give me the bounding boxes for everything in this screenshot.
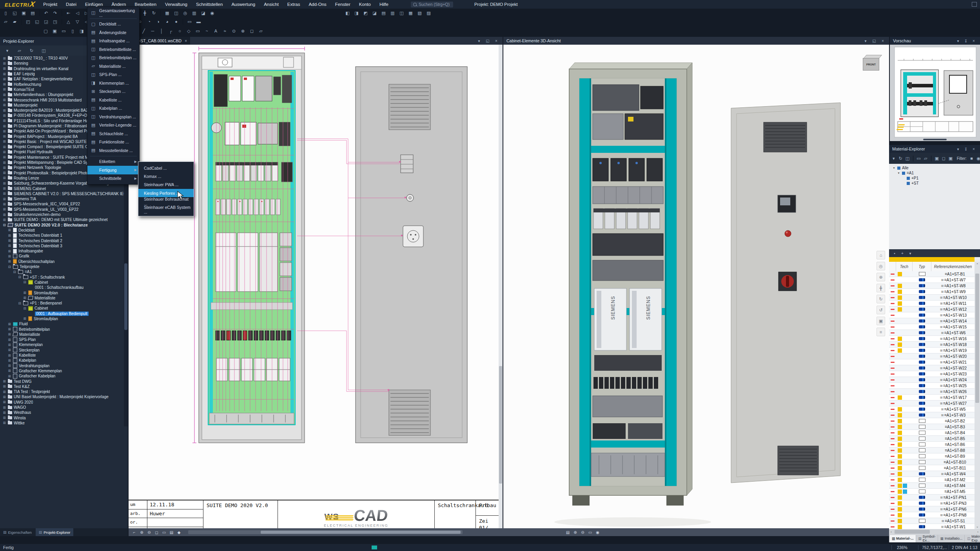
remove-icon[interactable] xyxy=(891,509,895,510)
expand-icon[interactable]: ⊞ xyxy=(7,249,11,253)
box-device-icon[interactable]: ◻ xyxy=(941,155,947,162)
material-row[interactable]: ⊞=A1+ST-W10 xyxy=(889,295,975,301)
bar-icon-1[interactable]: ▭ xyxy=(185,18,194,25)
remove-icon[interactable] xyxy=(891,350,895,351)
expand-icon[interactable]: ⊞ xyxy=(2,416,6,420)
remove-icon[interactable] xyxy=(891,415,895,416)
collapse-icon[interactable]: ⊟ xyxy=(2,223,6,227)
tree-item[interactable]: ⊞SPS-Messeschrank_IEC_V004_EP22 xyxy=(0,201,124,207)
expand-icon[interactable]: ⊞ xyxy=(939,366,943,370)
remove-icon[interactable] xyxy=(891,373,895,375)
remove-icon[interactable] xyxy=(891,297,895,298)
expand-icon[interactable]: ⊞ xyxy=(2,421,6,425)
column-referenzkennzeichen[interactable]: Referenzkennzeichen xyxy=(931,262,975,271)
scroll-down-icon[interactable]: ⌄ xyxy=(975,524,980,529)
collapse-icon[interactable]: ▾ xyxy=(862,38,869,44)
collapse-icon[interactable]: ⊟ xyxy=(23,306,27,310)
circle-icon-3[interactable]: ◑ xyxy=(154,18,162,25)
tree-item[interactable]: ⊞Strukturkennzeichen-demo xyxy=(0,212,124,217)
expand-icon[interactable]: ⊞ xyxy=(7,353,11,357)
pin-icon[interactable]: ↧ xyxy=(963,146,969,152)
corner-icon-4[interactable]: ◳ xyxy=(51,18,59,25)
material-tab-symbol-ex[interactable]: ▤Symbol-Ex... xyxy=(916,535,938,542)
add-device-icon[interactable]: ▭ xyxy=(916,155,922,162)
material-row[interactable]: ⊞=A1+ST-S1 xyxy=(889,518,975,524)
tree-item[interactable]: ⊞WAGO xyxy=(0,405,124,410)
material-tab-makro-exp[interactable]: ◫Makro-Exp... xyxy=(965,535,980,542)
tree-item[interactable]: ⊞Technisches Datenblatt 3 xyxy=(0,243,124,248)
orbit-icon[interactable]: ↺ xyxy=(877,306,885,314)
expand-icon[interactable]: ⊞ xyxy=(939,384,943,388)
view-cube-front[interactable]: FRONT xyxy=(863,58,879,71)
menu-item-kabelliste[interactable]: ▤Kabelliste ... xyxy=(87,96,139,104)
material-row[interactable]: =A1+ST-M5 xyxy=(889,489,975,495)
tree-item[interactable]: ⊞Kabelliste xyxy=(0,353,124,358)
view-icon-3[interactable]: ◩ xyxy=(361,9,370,16)
tree-item[interactable]: ⊟Teilprojekte xyxy=(0,264,124,269)
menubar-item-extras[interactable]: Extras xyxy=(283,0,305,9)
expand-icon[interactable]: ⊞ xyxy=(2,67,6,71)
tree-item[interactable]: ⊞Steckerplan xyxy=(0,348,124,353)
tree-item[interactable]: ⊞Grafischer Kabelplan xyxy=(0,373,124,379)
panel-icon[interactable]: ▯ xyxy=(69,27,77,34)
expand-icon[interactable]: ⊞ xyxy=(940,331,944,335)
drawing-vscrollbar-thumb[interactable] xyxy=(499,366,502,484)
material-row[interactable]: ⊞=A1+ST-W6 xyxy=(889,330,975,336)
remove-icon[interactable] xyxy=(891,444,895,445)
plate-tool-icon[interactable]: ▱ xyxy=(257,27,265,34)
remove-icon[interactable] xyxy=(891,450,895,451)
refresh-icon[interactable]: ↻ xyxy=(898,155,904,162)
remove-icon[interactable] xyxy=(891,279,895,281)
explorer-tab-projekt-explorer[interactable]: ▤Projekt-Explorer xyxy=(36,528,74,536)
menubar-item-ansicht[interactable]: Ansicht xyxy=(260,0,283,9)
move-up-icon[interactable]: △ xyxy=(64,18,73,25)
material-row[interactable]: ⊞=A1+ST-W14 xyxy=(889,318,975,324)
expand-icon[interactable]: ⊞ xyxy=(2,181,6,185)
remove-icon[interactable] xyxy=(891,362,895,363)
collapse-icon[interactable]: ⊟ xyxy=(18,301,22,305)
refresh-icon[interactable]: ↻ xyxy=(27,47,36,54)
remove-icon[interactable] xyxy=(891,462,895,463)
sheet-corner-icon[interactable]: ⌐ xyxy=(131,529,138,536)
expand-icon[interactable]: ⊞ xyxy=(2,119,6,123)
remove-icon[interactable] xyxy=(891,379,895,381)
collapse-icon[interactable]: ▾ xyxy=(955,38,961,44)
tree-item[interactable]: ⊞Materialliste xyxy=(0,295,124,301)
tree-item[interactable]: ⊞Fluid xyxy=(0,321,124,326)
filter-dropdown-icon[interactable]: ▾ xyxy=(891,155,897,162)
corner-icon-3[interactable]: ◲ xyxy=(42,18,50,25)
remove-icon[interactable] xyxy=(891,285,895,286)
column-typ[interactable]: Typ xyxy=(913,262,931,271)
expand-icon[interactable]: ⊞ xyxy=(2,155,6,159)
expand-icon[interactable]: ⊞ xyxy=(2,166,6,170)
remove-icon[interactable] xyxy=(891,321,895,322)
expand-icon[interactable]: ⊞ xyxy=(7,244,11,248)
menubar-item-konto[interactable]: Konto xyxy=(355,0,375,9)
menu-item-etiketten[interactable]: Etiketten▶ xyxy=(87,158,139,166)
remove-icon[interactable] xyxy=(891,338,895,339)
record-icon[interactable]: ◉ xyxy=(208,9,216,16)
junction-icon[interactable]: ⊗ xyxy=(239,27,247,34)
menu-item-klemmenplan[interactable]: ◨Klemmenplan ... xyxy=(87,79,139,87)
tree-item[interactable]: ⊞Betriebsmittelplan xyxy=(0,326,124,332)
remove-icon[interactable] xyxy=(891,403,895,404)
corner-icon-2[interactable]: ◱ xyxy=(33,18,41,25)
expand-icon[interactable]: ⊞ xyxy=(2,213,6,217)
expand-icon[interactable]: ⊞ xyxy=(7,322,11,326)
remove-icon[interactable] xyxy=(891,526,895,527)
material-row[interactable]: =A1+ST-M2 xyxy=(889,477,975,483)
submenu-item-steinhauer-bohrautomat[interactable]: Steinhauer Bohrautomat ... xyxy=(138,197,194,205)
zoom-out-icon[interactable]: ⊖ xyxy=(579,529,586,536)
material-row[interactable]: ⊞=A1+ST-W12 xyxy=(889,306,975,312)
expand-icon[interactable]: ⊞ xyxy=(939,402,943,405)
menubar-item-datei[interactable]: Datei xyxy=(62,0,81,9)
tree-item[interactable]: ⊟Cabinet xyxy=(0,306,124,311)
close-icon[interactable]: × xyxy=(493,38,499,44)
expand-icon[interactable]: ⊞ xyxy=(940,413,944,417)
cabinet-3d-canvas[interactable]: SIEMENS SIEMENS xyxy=(503,45,889,536)
rect-tool-icon[interactable]: ▭ xyxy=(194,27,202,34)
expand-icon[interactable]: ⊞ xyxy=(2,400,6,404)
box-view-icon[interactable]: ▣ xyxy=(877,317,885,325)
doc-icon-5[interactable]: ▧ xyxy=(416,9,424,16)
diamond-tool-icon[interactable]: ◇ xyxy=(185,27,193,34)
